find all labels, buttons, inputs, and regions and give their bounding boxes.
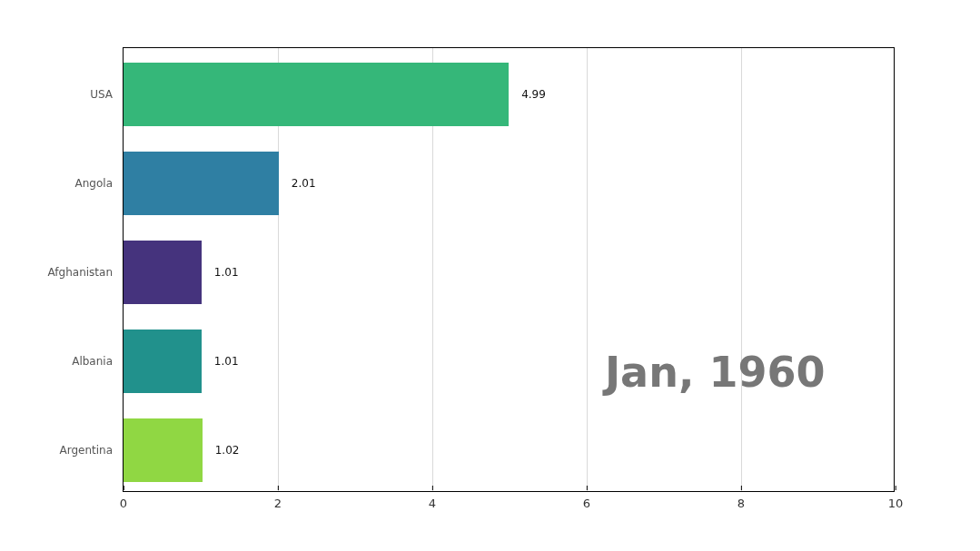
x-tick-label: 2	[274, 491, 282, 510]
bar-value-label: 1.01	[214, 266, 239, 279]
x-tick-label: 10	[888, 491, 904, 510]
gridline	[587, 48, 588, 491]
bar	[124, 63, 509, 126]
x-tick-label: 8	[737, 491, 745, 510]
bar-value-label: 2.01	[292, 177, 316, 190]
period-label: Jan, 1960	[605, 348, 825, 397]
bar	[124, 152, 279, 215]
bar	[124, 330, 202, 393]
y-tick-label: Argentina	[59, 444, 124, 457]
bar-value-label: 1.01	[214, 355, 239, 368]
chart-canvas: 02468104.99USA2.01Angola1.01Afghanistan1…	[0, 0, 980, 551]
bar	[124, 418, 203, 482]
bar	[124, 241, 202, 304]
gridline	[741, 48, 742, 491]
y-tick-label: USA	[90, 88, 124, 101]
bar-value-label: 4.99	[521, 88, 546, 101]
x-tick-label: 0	[120, 491, 127, 510]
x-tick-label: 6	[583, 491, 590, 510]
x-tick-label: 4	[429, 491, 436, 510]
bar-value-label: 1.02	[215, 444, 240, 457]
y-tick-label: Albania	[72, 355, 124, 368]
y-tick-label: Afghanistan	[48, 266, 124, 279]
y-tick-label: Angola	[75, 177, 124, 190]
plot-area: 02468104.99USA2.01Angola1.01Afghanistan1…	[123, 47, 895, 492]
